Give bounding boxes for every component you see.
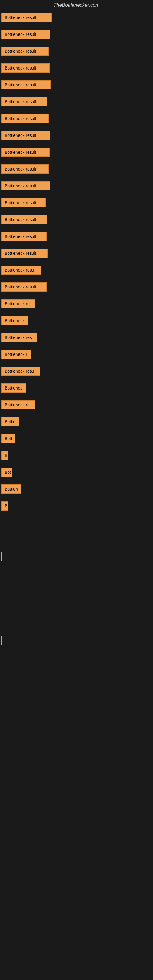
list-item: Bottleneck result [0,280,153,297]
list-item [0,583,153,600]
list-item: Bottleneck re [0,398,153,415]
bottleneck-result-label: Bottleneck result [1,215,47,224]
bottleneck-result-label: Bottleneck result [1,198,46,207]
list-item: Bottleneck r [0,347,153,364]
bottleneck-result-label: Bottleneck re [1,400,35,409]
list-item: Bottlen [0,482,153,499]
list-item [0,533,153,549]
bottleneck-result-label: Bottleneck result [1,164,49,173]
bottleneck-result-label: Bottleneck re [1,299,35,309]
bottleneck-result-label: Bottleneck result [1,232,46,241]
list-item: Bottleneck result [0,61,153,78]
list-item: Bottleneck result [0,27,153,44]
list-item: Bottleneck result [0,179,153,196]
list-item: B [0,449,153,465]
bottleneck-result-label: Bottleneck result [1,30,50,39]
bottleneck-result-label: Bottleneck result [1,64,49,73]
list-item: Bottleneck result [0,196,153,213]
list-item: Bottle [0,415,153,431]
list-item: Bottleneck resu [0,263,153,280]
list-item [0,549,153,566]
bottleneck-result-label: Bot [1,468,12,477]
list-item: Bottleneck result [0,162,153,179]
bottleneck-result-label: B [1,451,8,460]
bottleneck-result-label: Bottleneck result [1,282,46,291]
bottleneck-result-label: Bottleneck result [1,46,49,56]
list-item: B [0,499,153,516]
bottleneck-result-label: Bottlen [1,485,21,494]
list-item: Bottleneck result [0,44,153,61]
list-item: Bottleneck result [0,246,153,263]
bottleneck-result-label: Bottleneck result [1,97,47,106]
bottleneck-result-label: Bottleneck result [1,181,50,191]
list-item: Bottleneck result [0,128,153,145]
list-item: Bottleneck result [0,78,153,95]
list-item: Bottleneck result [0,10,153,27]
bottleneck-result-label: Bott [1,434,15,443]
list-item: Bottlenec [0,381,153,398]
bottleneck-result-label: Bottleneck result [1,13,52,22]
list-item [0,566,153,583]
list-item: Bottleneck result [0,145,153,162]
list-item [0,617,153,634]
list-item [0,600,153,617]
list-item: Bot [0,465,153,482]
list-item: Bottleneck re [0,297,153,313]
list-item: Bottleneck [0,313,153,331]
bar-indicator [1,552,2,561]
list-item: Bottleneck result [0,213,153,229]
bottleneck-result-label: Bottle [1,417,19,426]
list-item: Bottleneck res [0,331,153,347]
bottleneck-result-label: Bottlenec [1,383,26,393]
list-item [0,516,153,533]
bottleneck-list: Bottleneck resultBottleneck resultBottle… [0,10,153,651]
bottleneck-result-label: Bottleneck result [1,249,48,258]
list-item: Bottleneck result [0,229,153,246]
site-title: TheBottlenecker.com [0,0,153,10]
list-item: Bott [0,431,153,449]
bottleneck-result-label: Bottleneck r [1,350,31,359]
bottleneck-result-label: Bottleneck resu [1,266,41,275]
list-item: Bottleneck resu [0,364,153,381]
bottleneck-result-label: Bottleneck result [1,80,51,89]
bottleneck-result-label: Bottleneck [1,316,28,325]
bottleneck-result-label: Bottleneck result [1,148,49,157]
list-item: Bottleneck result [0,111,153,128]
list-item: Bottleneck result [0,95,153,111]
bottleneck-result-label: Bottleneck resu [1,367,40,376]
list-item [0,634,153,651]
bottleneck-result-label: Bottleneck res [1,333,37,342]
bar-indicator [1,636,2,645]
bottleneck-result-label: B [1,501,8,511]
bottleneck-result-label: Bottleneck result [1,131,50,140]
bottleneck-result-label: Bottleneck result [1,114,49,123]
